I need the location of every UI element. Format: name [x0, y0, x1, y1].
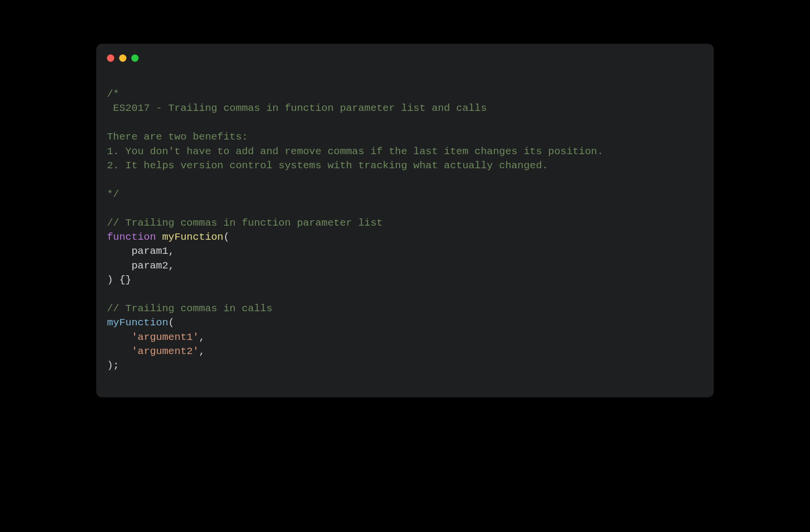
traffic-lights — [107, 54, 703, 62]
param: param2 — [131, 260, 168, 271]
indent — [107, 346, 131, 357]
string-literal: 'argument2' — [131, 346, 199, 357]
space — [156, 231, 162, 243]
line-comment: // Trailing commas in calls — [107, 303, 272, 314]
code-window: /* ES2017 - Trailing commas in function … — [96, 44, 714, 397]
comma: , — [168, 260, 175, 271]
keyword-function: function — [107, 231, 156, 243]
open-paren: ( — [168, 317, 175, 328]
comma: , — [199, 332, 205, 343]
comment-open: /* — [107, 89, 119, 100]
line-comment: // Trailing commas in function parameter… — [107, 217, 383, 229]
param: param1 — [131, 246, 168, 257]
close-decl: ) {} — [107, 274, 131, 285]
comment-line: ES2017 - Trailing commas in function par… — [107, 103, 487, 114]
comment-line: 2. It helps version control systems with… — [107, 160, 548, 171]
comment-close: */ — [107, 189, 119, 200]
function-call: myFunction — [107, 317, 168, 328]
close-call: ); — [107, 360, 119, 371]
indent — [107, 332, 131, 343]
open-paren: ( — [223, 231, 229, 243]
code-editor: /* ES2017 - Trailing commas in function … — [107, 87, 703, 373]
indent — [107, 260, 131, 271]
comma: , — [199, 346, 205, 357]
function-name: myFunction — [162, 231, 223, 243]
comma: , — [168, 246, 175, 257]
string-literal: 'argument1' — [131, 332, 199, 343]
comment-line: 1. You don't have to add and remove comm… — [107, 146, 603, 157]
comment-line: There are two benefits: — [107, 131, 248, 142]
close-icon[interactable] — [107, 54, 114, 62]
indent — [107, 246, 131, 257]
maximize-icon[interactable] — [131, 54, 139, 62]
minimize-icon[interactable] — [119, 54, 126, 62]
